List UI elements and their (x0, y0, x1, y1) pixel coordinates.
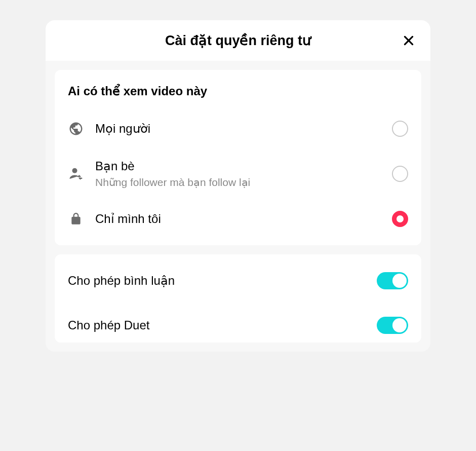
visibility-option-everyone[interactable]: Mọi người (68, 117, 408, 141)
toggle-label: Cho phép bình luận (68, 274, 175, 288)
lock-icon (68, 211, 84, 227)
allow-duet-toggle[interactable] (377, 317, 408, 334)
allow-comments-toggle[interactable] (377, 272, 408, 289)
visibility-option-friends[interactable]: Bạn bè Những follower mà bạn follow lại (68, 159, 408, 189)
radio-indicator (392, 166, 408, 182)
allow-duet-row[interactable]: Cho phép Duet (68, 313, 408, 337)
sheet-header: Cài đặt quyền riêng tư (46, 20, 430, 61)
radio-indicator (392, 121, 408, 137)
globe-icon (68, 121, 84, 137)
sheet-title: Cài đặt quyền riêng tư (165, 32, 311, 49)
option-sublabel: Những follower mà bạn follow lại (95, 176, 381, 189)
privacy-settings-sheet: Cài đặt quyền riêng tư Ai có thể xem vid… (46, 20, 430, 352)
visibility-section-title: Ai có thể xem video này (68, 84, 408, 98)
option-label: Chỉ mình tôi (95, 212, 381, 226)
toggle-label: Cho phép Duet (68, 318, 149, 332)
friends-icon (68, 166, 84, 182)
close-icon (402, 34, 415, 47)
allow-comments-row[interactable]: Cho phép bình luận (68, 269, 408, 293)
svg-marker-4 (79, 177, 80, 179)
option-label: Mọi người (95, 122, 381, 136)
close-button[interactable] (400, 32, 417, 49)
visibility-card: Ai có thể xem video này Mọi người (55, 70, 421, 245)
permissions-card: Cho phép bình luận Cho phép Duet (55, 254, 421, 343)
option-label: Bạn bè (95, 159, 381, 173)
svg-point-2 (72, 168, 77, 173)
visibility-option-only-me[interactable]: Chỉ mình tôi (68, 207, 408, 231)
radio-indicator-selected (392, 211, 408, 227)
svg-marker-3 (80, 175, 81, 177)
